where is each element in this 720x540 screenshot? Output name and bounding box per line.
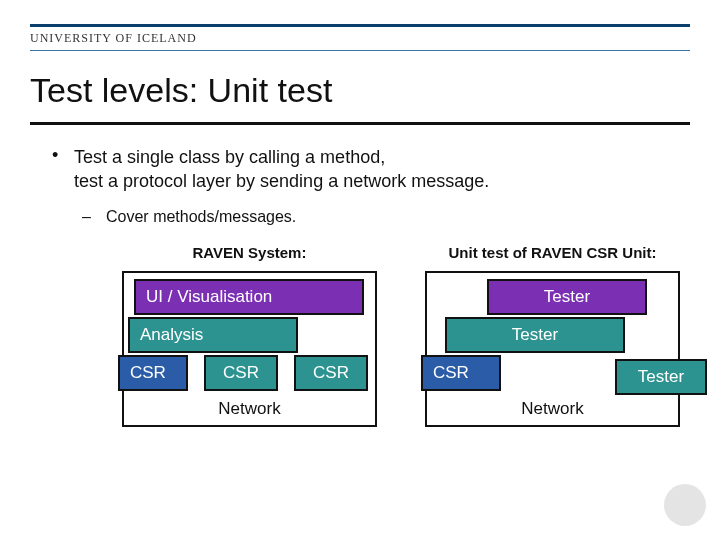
bullet-text: Test a single class by calling a method,… (74, 145, 489, 194)
bullet-dot-icon: • (52, 145, 74, 194)
bullet-line-2: test a protocol layer by sending a netwo… (74, 171, 489, 191)
slide-header: UNIVERSITY OF ICELAND (0, 0, 720, 51)
box-network-left: Network (124, 393, 375, 425)
bullet-main: • Test a single class by calling a metho… (52, 145, 680, 194)
sub-text: Cover methods/messages. (106, 208, 296, 226)
diagram-left: RAVEN System: UI / Visualisation Analysi… (122, 244, 377, 427)
university-name: UNIVERSITY OF ICELAND (30, 31, 690, 46)
content-area: • Test a single class by calling a metho… (0, 125, 720, 427)
box-tester-1: Tester (487, 279, 647, 315)
diagram-area: RAVEN System: UI / Visualisation Analysi… (122, 244, 680, 427)
box-tester-3: Tester (615, 359, 707, 395)
bullet-sub: – Cover methods/messages. (82, 208, 680, 226)
box-ui-visualisation: UI / Visualisation (134, 279, 364, 315)
box-network-right: Network (427, 393, 678, 425)
left-stack: UI / Visualisation Analysis CSR CSR CSR … (122, 271, 377, 427)
box-csr-3: CSR (294, 355, 368, 391)
bullet-line-1: Test a single class by calling a method, (74, 147, 385, 167)
diagram-right: Unit test of RAVEN CSR Unit: Tester Test… (425, 244, 680, 427)
university-seal-icon (664, 484, 706, 526)
title-wrap: Test levels: Unit test (30, 71, 690, 125)
header-rule-thin (30, 50, 690, 51)
left-title: RAVEN System: (122, 244, 377, 261)
slide-title: Test levels: Unit test (30, 71, 690, 110)
box-tester-2: Tester (445, 317, 625, 353)
box-csr-2: CSR (204, 355, 278, 391)
header-rule-thick (30, 24, 690, 27)
box-analysis: Analysis (128, 317, 298, 353)
box-csr-right: CSR (421, 355, 501, 391)
right-stack: Tester Tester CSR Tester Network (425, 271, 680, 427)
right-title: Unit test of RAVEN CSR Unit: (425, 244, 680, 261)
box-csr-1: CSR (118, 355, 188, 391)
dash-icon: – (82, 208, 106, 226)
